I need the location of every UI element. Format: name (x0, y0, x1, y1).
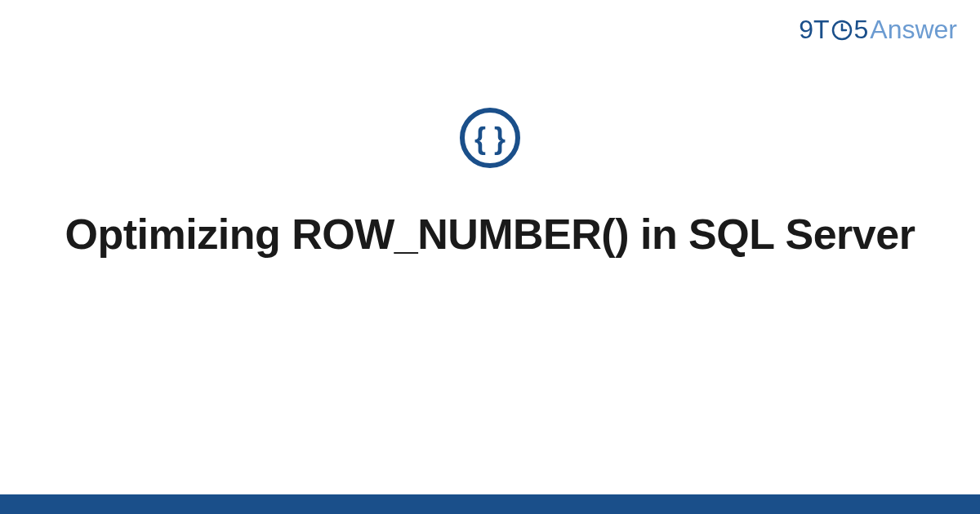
logo-text-9t: 9T (799, 15, 829, 45)
svg-text:{ }: { } (474, 122, 506, 155)
site-logo: 9T 5 Answer (799, 15, 957, 45)
bottom-accent-bar (0, 494, 980, 514)
logo-text-5: 5 (854, 15, 869, 45)
page-title: Optimizing ROW_NUMBER() in SQL Server (49, 208, 931, 261)
logo-text-answer: Answer (870, 15, 957, 45)
code-braces-icon: { } (458, 106, 522, 170)
clock-icon (831, 19, 853, 42)
